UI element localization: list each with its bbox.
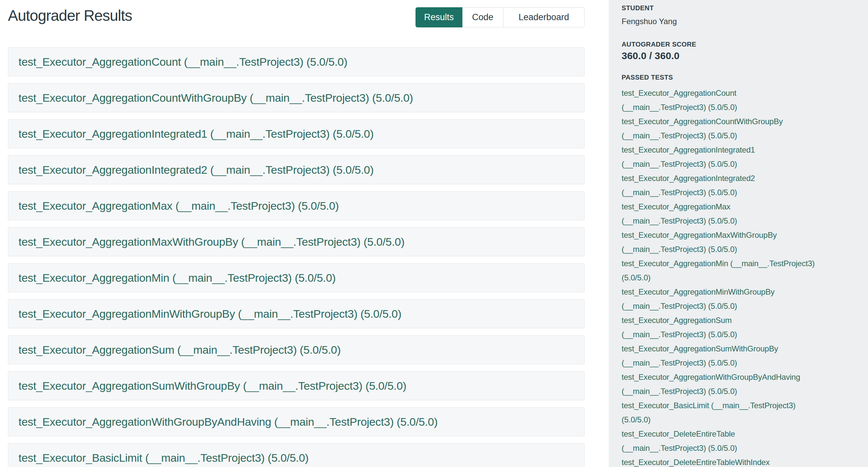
test-result-row[interactable]: test_Executor_AggregationMin (__main__.T… <box>8 263 585 292</box>
passed-test-link[interactable]: test_Executor_AggregationCountWithGroupB… <box>622 114 816 143</box>
test-result-row[interactable]: test_Executor_AggregationMinWithGroupBy … <box>8 299 585 328</box>
passed-test-link[interactable]: test_Executor_AggregationSumWithGroupBy … <box>622 342 816 370</box>
passed-test-link[interactable]: test_Executor_DeleteEntireTableWithIndex… <box>622 455 816 467</box>
passed-test-link[interactable]: test_Executor_AggregationMaxWithGroupBy … <box>622 228 816 256</box>
passed-test-link[interactable]: test_Executor_BasicLimit (__main__.TestP… <box>622 398 816 427</box>
autograder-score-value: 360.0 / 360.0 <box>622 50 816 62</box>
student-name: Fengshuo Yang <box>622 16 816 27</box>
passed-tests-list: test_Executor_AggregationCount (__main__… <box>622 86 816 467</box>
test-result-row[interactable]: test_Executor_AggregationMaxWithGroupBy … <box>8 227 585 256</box>
passed-test-link[interactable]: test_Executor_AggregationMinWithGroupBy … <box>622 285 816 313</box>
passed-test-link[interactable]: test_Executor_AggregationCount (__main__… <box>622 86 816 114</box>
tab-code[interactable]: Code <box>462 7 503 27</box>
passed-test-link[interactable]: test_Executor_AggregationIntegrated1 (__… <box>622 143 816 171</box>
autograder-score-label: AUTOGRADER SCORE <box>622 40 816 48</box>
passed-test-link[interactable]: test_Executor_AggregationSum (__main__.T… <box>622 313 816 342</box>
test-result-row[interactable]: test_Executor_AggregationIntegrated1 (__… <box>8 119 585 148</box>
passed-test-link[interactable]: test_Executor_DeleteEntireTable (__main_… <box>622 427 816 455</box>
page-title: Autograder Results <box>8 7 132 25</box>
test-result-row[interactable]: test_Executor_BasicLimit (__main__.TestP… <box>8 443 585 467</box>
view-tabs: Results Code Leaderboard <box>415 7 585 27</box>
test-result-row[interactable]: test_Executor_AggregationCount (__main__… <box>8 47 585 76</box>
sidebar: STUDENT Fengshuo Yang AUTOGRADER SCORE 3… <box>609 0 868 467</box>
header: Autograder Results Results Code Leaderbo… <box>0 0 609 27</box>
passed-test-link[interactable]: test_Executor_AggregationWithGroupByAndH… <box>622 370 816 398</box>
test-result-row[interactable]: test_Executor_AggregationCountWithGroupB… <box>8 83 585 112</box>
test-result-row[interactable]: test_Executor_AggregationIntegrated2 (__… <box>8 155 585 184</box>
test-result-row[interactable]: test_Executor_AggregationSumWithGroupBy … <box>8 371 585 400</box>
results-panel: Autograder Results Results Code Leaderbo… <box>0 0 609 467</box>
passed-test-link[interactable]: test_Executor_AggregationMin (__main__.T… <box>622 256 816 285</box>
test-result-row[interactable]: test_Executor_AggregationSum (__main__.T… <box>8 335 585 364</box>
tab-results[interactable]: Results <box>415 7 462 27</box>
test-result-row[interactable]: test_Executor_AggregationWithGroupByAndH… <box>8 407 585 436</box>
tab-leaderboard[interactable]: Leaderboard <box>503 7 585 27</box>
student-label: STUDENT <box>622 4 816 12</box>
passed-test-link[interactable]: test_Executor_AggregationIntegrated2 (__… <box>622 171 816 199</box>
test-result-row[interactable]: test_Executor_AggregationMax (__main__.T… <box>8 191 585 220</box>
passed-tests-label: PASSED TESTS <box>622 73 816 81</box>
test-results-list: test_Executor_AggregationCount (__main__… <box>8 47 585 467</box>
passed-test-link[interactable]: test_Executor_AggregationMax (__main__.T… <box>622 199 816 228</box>
